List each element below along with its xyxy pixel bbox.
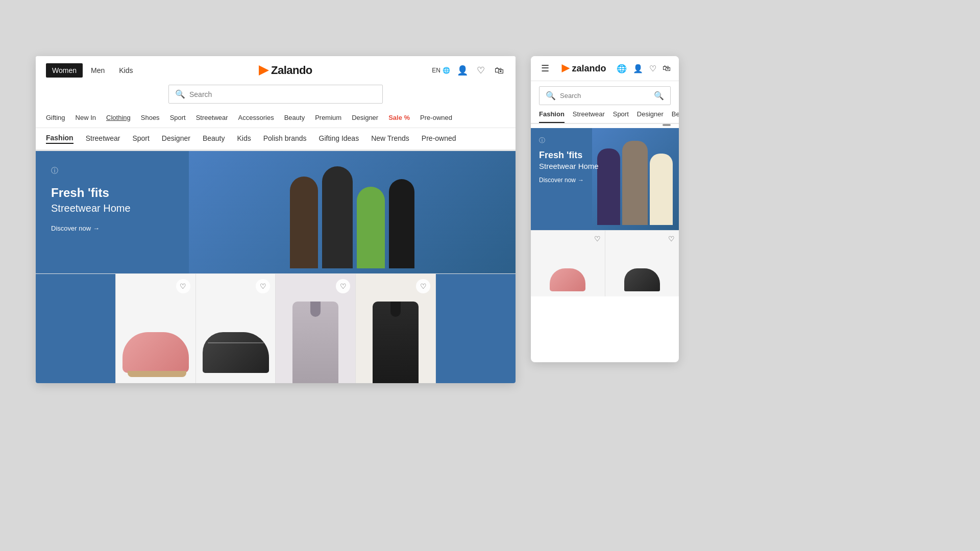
hero-image bbox=[189, 151, 516, 273]
hero-banner: ⓘ Fresh 'fits Streetwear Home Discover n… bbox=[36, 151, 516, 273]
mobile-menu-icon[interactable]: ☰ bbox=[539, 62, 551, 74]
mobile-header-icons: 🌐 👤 ♡ 🛍 bbox=[617, 64, 671, 73]
person-4 bbox=[389, 179, 414, 268]
mobile-nav-sport[interactable]: Sport bbox=[613, 110, 629, 123]
primary-nav: Gifting New In Clothing Shoes Sport Stre… bbox=[36, 108, 516, 128]
product-card-5[interactable]: ♡ bbox=[356, 274, 436, 383]
language-selector[interactable]: EN 🌐 bbox=[432, 67, 450, 74]
mobile-wishlist-2[interactable]: ♡ bbox=[668, 235, 675, 243]
subnav-kids[interactable]: Kids bbox=[237, 134, 251, 143]
hero-cta[interactable]: Discover now → bbox=[51, 224, 174, 232]
mobile-search-icon: 🔍 bbox=[546, 91, 556, 101]
logo-play-icon bbox=[259, 65, 269, 76]
product-card-1[interactable] bbox=[36, 274, 116, 383]
wishlist-btn-4[interactable]: ♡ bbox=[416, 279, 430, 293]
tab-kids[interactable]: Kids bbox=[113, 63, 139, 78]
mobile-hero-cta[interactable]: Discover now → bbox=[539, 177, 599, 184]
mobile-info-icon: ⓘ bbox=[539, 136, 599, 145]
user-icon[interactable]: 👤 bbox=[456, 64, 469, 77]
search-container: 🔍 bbox=[36, 85, 516, 108]
nav-clothing[interactable]: Clothing bbox=[106, 114, 131, 121]
product-card-3[interactable]: ♡ bbox=[196, 274, 276, 383]
mobile-search-bar: 🔍 🔍 bbox=[539, 86, 671, 105]
mobile-cart-icon[interactable]: 🛍 bbox=[663, 64, 671, 73]
person-2 bbox=[322, 166, 353, 268]
mobile-person-3 bbox=[650, 154, 673, 225]
mobile-globe-icon[interactable]: 🌐 bbox=[617, 64, 627, 73]
mobile-hero: ⓘ Fresh 'fits Streetwear Home Discover n… bbox=[531, 128, 679, 230]
nav-streetwear[interactable]: Streetwear bbox=[196, 114, 228, 121]
product-card-2[interactable]: ♡ bbox=[116, 274, 196, 383]
subnav-designer[interactable]: Designer bbox=[162, 134, 190, 143]
mobile-user-icon[interactable]: 👤 bbox=[633, 64, 643, 73]
wishlist-btn-3[interactable]: ♡ bbox=[336, 279, 350, 293]
search-bar: 🔍 bbox=[168, 85, 383, 104]
subnav-new-trends[interactable]: New Trends bbox=[371, 134, 409, 143]
subnav-sport[interactable]: Sport bbox=[132, 134, 149, 143]
subnav-gifting-ideas[interactable]: Gifting Ideas bbox=[319, 134, 359, 143]
hero-subtitle: Streetwear Home bbox=[51, 203, 174, 214]
mobile-product-2[interactable]: ♡ bbox=[605, 231, 679, 296]
mobile-product-grid: ♡ ♡ bbox=[531, 230, 679, 296]
nav-accessories[interactable]: Accessories bbox=[238, 114, 274, 121]
nav-premium[interactable]: Premium bbox=[315, 114, 341, 121]
lang-text: EN bbox=[432, 67, 440, 74]
search-input[interactable] bbox=[189, 90, 376, 98]
mobile-logo-text: zalando bbox=[572, 63, 606, 74]
wishlist-btn-1[interactable]: ♡ bbox=[176, 279, 190, 293]
mobile-logo[interactable]: zalando bbox=[561, 63, 606, 74]
subnav-fashion[interactable]: Fashion bbox=[46, 134, 74, 144]
nav-designer[interactable]: Designer bbox=[352, 114, 378, 121]
logo[interactable]: Zalando bbox=[259, 64, 312, 77]
product-grid: ♡ ♡ ♡ ♡ bbox=[36, 273, 516, 383]
mobile-nav-fashion[interactable]: Fashion bbox=[539, 110, 565, 123]
nav-beauty[interactable]: Beauty bbox=[284, 114, 305, 121]
product-image-jacket-black bbox=[373, 302, 419, 383]
mobile-person-2 bbox=[622, 141, 648, 225]
wishlist-icon[interactable]: ♡ bbox=[475, 64, 487, 77]
mobile-header: ☰ zalando 🌐 👤 ♡ 🛍 bbox=[531, 56, 679, 81]
wishlist-btn-2[interactable]: ♡ bbox=[256, 279, 270, 293]
nav-shoes[interactable]: Shoes bbox=[141, 114, 160, 121]
tab-men[interactable]: Men bbox=[85, 63, 111, 78]
header-tabs: Women Men Kids bbox=[46, 63, 139, 78]
mobile-cta-text: Discover now bbox=[539, 177, 576, 184]
mobile-search-submit-icon[interactable]: 🔍 bbox=[654, 91, 664, 101]
product-card-6[interactable] bbox=[436, 274, 516, 383]
mobile-wishlist-icon[interactable]: ♡ bbox=[649, 64, 656, 73]
arrow-right-icon: → bbox=[93, 224, 100, 232]
nav-preowned[interactable]: Pre-owned bbox=[420, 114, 452, 121]
nav-new-in[interactable]: New In bbox=[76, 114, 96, 121]
mobile-wishlist-1[interactable]: ♡ bbox=[594, 235, 601, 243]
nav-sport[interactable]: Sport bbox=[170, 114, 186, 121]
mobile-product-1[interactable]: ♡ bbox=[531, 231, 605, 296]
hero-image-bg bbox=[189, 151, 516, 273]
logo-text: Zalando bbox=[271, 64, 312, 77]
cart-icon[interactable]: 🛍 bbox=[493, 64, 505, 77]
scroll-dot bbox=[663, 124, 671, 126]
mobile-nav-beauty[interactable]: Beauty bbox=[672, 110, 679, 123]
mobile-search-input[interactable] bbox=[560, 92, 650, 99]
globe-icon: 🌐 bbox=[443, 67, 450, 74]
hero-cta-text: Discover now bbox=[51, 224, 91, 232]
mobile-nav-designer[interactable]: Designer bbox=[637, 110, 664, 123]
header-top: Women Men Kids Zalando EN 🌐 👤 ♡ 🛍 bbox=[36, 56, 516, 85]
people-group bbox=[285, 161, 420, 273]
hero-content: ⓘ Fresh 'fits Streetwear Home Discover n… bbox=[36, 151, 189, 273]
subnav-beauty[interactable]: Beauty bbox=[203, 134, 225, 143]
person-3 bbox=[357, 187, 385, 268]
desktop-window: Women Men Kids Zalando EN 🌐 👤 ♡ 🛍 bbox=[36, 56, 516, 383]
nav-gifting[interactable]: Gifting bbox=[46, 114, 65, 121]
subnav-polish-brands[interactable]: Polish brands bbox=[263, 134, 307, 143]
info-icon: ⓘ bbox=[51, 166, 174, 176]
mobile-hero-content: ⓘ Fresh 'fits Streetwear Home Discover n… bbox=[531, 128, 607, 192]
mobile-product-image-2 bbox=[624, 268, 660, 291]
mobile-nav-streetwear[interactable]: Streetwear bbox=[573, 110, 605, 123]
subnav-preowned[interactable]: Pre-owned bbox=[422, 134, 456, 143]
mobile-arrow-icon: → bbox=[578, 177, 584, 184]
subnav-streetwear[interactable]: Streetwear bbox=[86, 134, 120, 143]
tab-women[interactable]: Women bbox=[46, 63, 83, 78]
nav-sale[interactable]: Sale % bbox=[388, 114, 410, 121]
mobile-logo-play-icon bbox=[561, 64, 570, 72]
product-card-4[interactable]: ♡ bbox=[276, 274, 356, 383]
